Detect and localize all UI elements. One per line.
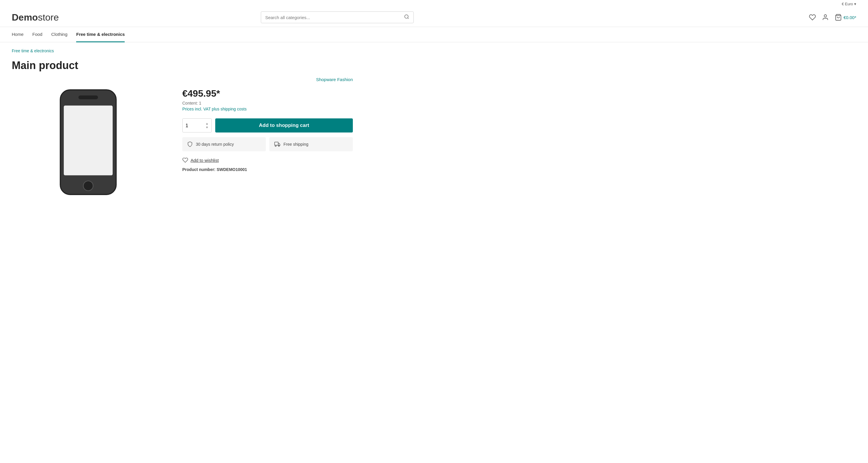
logo-bold: Demo (12, 12, 38, 23)
heart-icon (809, 14, 816, 21)
manufacturer-link[interactable]: Shopware Fashion (316, 77, 353, 82)
breadcrumb-link[interactable]: Free time & electronics (12, 48, 54, 53)
return-policy-label: 30 days return policy (196, 142, 234, 146)
nav-item-free-time[interactable]: Free time & electronics (76, 27, 125, 42)
main-nav: Home Food Clothing Free time & electroni… (0, 27, 868, 42)
page-title: Main product (12, 59, 165, 72)
truck-icon (274, 141, 280, 147)
product-number: Product number: SWDEMO10001 (182, 167, 353, 172)
cart-icon (835, 14, 842, 21)
cart-button[interactable]: €0.00* (835, 14, 856, 21)
free-shipping-label: Free shipping (283, 142, 308, 146)
main-content: Main product Shopware Fashion €495.95* C… (0, 57, 868, 216)
wishlist-row: Add to wishlist (182, 157, 353, 163)
product-number-label: Product number: (182, 167, 216, 172)
nav-item-food[interactable]: Food (32, 27, 42, 42)
svg-line-1 (407, 18, 408, 19)
top-bar: € Euro ▾ (0, 0, 868, 8)
return-policy-badge: 30 days return policy (182, 137, 266, 151)
wishlist-icon-button[interactable] (809, 14, 816, 21)
product-image-container (12, 80, 165, 204)
content-label: Content: 1 (182, 101, 353, 105)
add-to-wishlist-button[interactable]: Add to wishlist (182, 157, 219, 163)
svg-point-0 (405, 15, 408, 18)
search-button[interactable] (404, 14, 409, 21)
heart-outline-icon (182, 157, 188, 163)
search-bar-container (261, 11, 414, 23)
product-left-column: Main product (12, 59, 165, 204)
free-shipping-badge: Free shipping (269, 137, 353, 151)
svg-point-7 (83, 181, 93, 191)
svg-rect-5 (64, 105, 113, 175)
manufacturer-link-container: Shopware Fashion (182, 77, 353, 82)
badges-row: 30 days return policy Free shipping (182, 137, 353, 151)
header-icons: €0.00* (809, 14, 856, 21)
quantity-select[interactable]: 1 2 3 4 5 (186, 120, 206, 132)
currency-arrow-icon: ▾ (854, 2, 856, 6)
wishlist-label: Add to wishlist (190, 158, 219, 163)
quantity-selector[interactable]: 1 2 3 4 5 ▲ ▼ (182, 119, 212, 132)
svg-point-10 (278, 145, 279, 146)
quantity-arrows: ▲ ▼ (206, 122, 209, 129)
qty-down-icon: ▼ (206, 126, 209, 129)
search-input[interactable] (265, 15, 404, 20)
svg-rect-6 (79, 96, 98, 99)
shield-icon (187, 141, 193, 147)
svg-point-2 (824, 15, 827, 17)
add-to-cart-button[interactable]: Add to shopping cart (215, 119, 353, 132)
currency-selector[interactable]: € Euro ▾ (842, 2, 856, 6)
nav-item-clothing[interactable]: Clothing (51, 27, 67, 42)
product-price: €495.95* (182, 88, 353, 99)
site-logo[interactable]: Demostore (12, 12, 59, 23)
currency-label: € Euro (842, 2, 853, 6)
user-icon (822, 14, 829, 21)
qty-up-icon: ▲ (206, 122, 209, 125)
cart-amount: €0.00* (844, 15, 856, 20)
product-right-column: Shopware Fashion €495.95* Content: 1 Pri… (182, 59, 353, 204)
search-icon (404, 14, 409, 20)
breadcrumb: Free time & electronics (0, 42, 868, 57)
header: Demostore €0.00* (0, 8, 868, 27)
logo-light: store (38, 12, 59, 23)
vat-link[interactable]: Prices incl. VAT plus shipping costs (182, 107, 353, 111)
svg-point-9 (275, 145, 276, 146)
buy-row: 1 2 3 4 5 ▲ ▼ Add to shopping cart (182, 119, 353, 132)
account-icon-button[interactable] (822, 14, 829, 21)
product-image (50, 87, 126, 198)
nav-item-home[interactable]: Home (12, 27, 24, 42)
product-number-value: SWDEMO10001 (217, 167, 247, 172)
svg-rect-8 (275, 142, 278, 145)
